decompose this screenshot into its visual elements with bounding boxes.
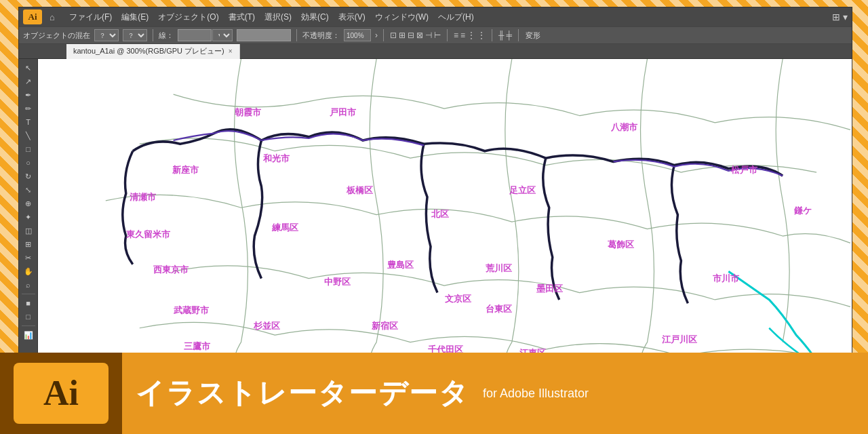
stroke-label: 線： <box>159 31 174 41</box>
illustrator-window: Ai ⌂ ファイル(F) 編集(E) オブジェクト(O) 書式(T) 選択(S)… <box>18 7 852 380</box>
tool-direct-select[interactable]: ↗ <box>21 75 36 87</box>
stroke-input[interactable] <box>178 29 212 41</box>
toolbar-separator-5 <box>492 29 492 41</box>
label-北区: 北区 <box>431 208 449 220</box>
label-中野区: 中野区 <box>324 276 351 288</box>
banner-text-area: イラストレーターデータ for Adobe Illustrator <box>122 374 868 412</box>
tool-pen[interactable]: ✒ <box>21 89 36 101</box>
toolbar-row: オブジェクトの混在 ？ ？ 線： ▼ 不透明度： 100% › ⊡ ⊞ ⊟ ⊠ … <box>19 26 852 44</box>
grid-icon: ⊞ ▾ <box>832 12 848 22</box>
label-市川市: 市川市 <box>713 273 739 285</box>
menu-window[interactable]: ウィンドウ(W) <box>371 10 433 24</box>
menu-file[interactable]: ファイル(F) <box>65 10 116 24</box>
align-icon-1[interactable]: ⊡ <box>389 31 397 40</box>
align-icon-6[interactable]: ⊢ <box>433 31 441 40</box>
tool-line[interactable]: ╲ <box>21 130 36 142</box>
menu-type[interactable]: 書式(T) <box>224 10 259 24</box>
tool-ellipse[interactable]: ○ <box>21 157 36 169</box>
opacity-input[interactable]: 100% <box>344 29 371 41</box>
tool-fill[interactable]: ■ <box>21 297 36 309</box>
label-新宿区: 新宿区 <box>372 320 398 332</box>
label-杉並区: 杉並区 <box>254 320 280 332</box>
home-button[interactable]: ⌂ <box>45 9 60 24</box>
ai-logo-large-container: Ai <box>0 353 122 434</box>
path-icon-2[interactable]: ╪ <box>506 31 513 40</box>
tool-rect[interactable]: □ <box>21 143 36 155</box>
tab-close-button[interactable]: × <box>229 47 233 55</box>
ai-logo-text: Ai <box>43 376 79 411</box>
tool-graph[interactable]: 📊 <box>21 329 36 341</box>
label-豊島区: 豊島区 <box>387 259 414 271</box>
label-東久留米市: 東久留米市 <box>126 229 170 241</box>
menu-effect[interactable]: 効果(C) <box>297 10 333 24</box>
tool-scale[interactable]: ⤡ <box>21 184 36 196</box>
blend-mode-select2[interactable]: ？ <box>123 29 147 41</box>
align-icon-2[interactable]: ⊞ <box>398 31 406 40</box>
label-鎌ケ: 鎌ケ <box>794 205 812 217</box>
banner-sub-text: for Adobe Illustrator <box>483 387 589 401</box>
label-松戸市: 松戸市 <box>731 164 757 176</box>
align-icon-3[interactable]: ⊟ <box>407 31 415 40</box>
label-三鷹市: 三鷹市 <box>184 340 210 353</box>
content-area: ↖ ↗ ✒ ✏ T ╲ □ ○ ↻ ⤡ ⊕ ✦ ◫ ⊞ ✂ ✋ ⌕ ■ □ 📊 <box>19 59 852 380</box>
label-練馬区: 練馬区 <box>272 222 298 234</box>
tab-title: kantou_A1ai @ 300%(RGB/GPU プレビュー) <box>73 46 224 56</box>
label-西東京市: 西東京市 <box>153 264 189 276</box>
ai-logo-inner: Ai <box>14 363 108 424</box>
label-墨田区: 墨田区 <box>536 283 563 295</box>
menu-object[interactable]: オブジェクト(O) <box>154 10 222 24</box>
tool-scissors[interactable]: ✂ <box>21 252 36 264</box>
tool-gradient[interactable]: ◫ <box>21 224 36 237</box>
label-足立区: 足立区 <box>509 184 536 197</box>
tool-stroke[interactable]: □ <box>21 311 36 323</box>
blend-mode-select[interactable]: ？ <box>94 29 119 41</box>
menu-view[interactable]: 表示(V) <box>334 10 370 24</box>
menu-edit[interactable]: 編集(E) <box>117 10 153 24</box>
toolbar-divider-2 <box>22 326 35 326</box>
tool-type[interactable]: T <box>21 116 36 128</box>
opacity-chevron: › <box>375 31 378 40</box>
transform-button[interactable]: 変形 <box>524 31 542 41</box>
tab-row: kantou_A1ai @ 300%(RGB/GPU プレビュー) × <box>19 44 852 59</box>
path-icons-group: ╫ ╪ <box>498 31 513 40</box>
label-戸田市: 戸田市 <box>330 106 356 119</box>
tool-select[interactable]: ↖ <box>21 62 36 74</box>
dist-icon-2[interactable]: ≡ <box>460 31 466 40</box>
tool-blend[interactable]: ⊕ <box>21 197 36 210</box>
tool-rotate[interactable]: ↻ <box>21 170 36 182</box>
align-icons-group: ⊡ ⊞ ⊟ ⊠ ⊣ ⊢ <box>389 31 441 40</box>
tool-mesh[interactable]: ⊞ <box>21 238 36 250</box>
stroke-unit-select[interactable]: ▼ <box>212 29 233 41</box>
label-武蔵野市: 武蔵野市 <box>174 304 209 317</box>
dist-icon-3[interactable]: ⋮ <box>467 31 476 40</box>
menu-bar: Ai ⌂ ファイル(F) 編集(E) オブジェクト(O) 書式(T) 選択(S)… <box>19 7 852 26</box>
menu-items: ファイル(F) 編集(E) オブジェクト(O) 書式(T) 選択(S) 効果(C… <box>65 10 478 24</box>
toolbar-separator-6 <box>518 29 519 41</box>
toolbar-separator-4 <box>447 29 448 41</box>
left-toolbar: ↖ ↗ ✒ ✏ T ╲ □ ○ ↻ ⤡ ⊕ ✦ ◫ ⊞ ✂ ✋ ⌕ ■ □ 📊 <box>19 59 38 380</box>
dist-icon-1[interactable]: ≡ <box>453 31 459 40</box>
blend-mode-label: オブジェクトの混在 <box>23 31 90 41</box>
label-文京区: 文京区 <box>445 293 471 305</box>
toolbar-separator-2 <box>296 29 297 41</box>
map-labels: 朝霞市 戸田市 板橋区 練馬区 新座市 和光市 清瀬市 東久留米市 西東京市 武… <box>38 59 852 380</box>
menu-select[interactable]: 選択(S) <box>260 10 296 24</box>
menu-help[interactable]: ヘルプ(H) <box>434 10 478 24</box>
tool-hand[interactable]: ✋ <box>21 265 36 277</box>
opacity-label: 不透明度： <box>302 31 340 41</box>
label-板橋区: 板橋区 <box>347 184 373 197</box>
path-icon-1[interactable]: ╫ <box>498 31 505 40</box>
tool-eyedropper[interactable]: ✦ <box>21 211 36 223</box>
tool-zoom[interactable]: ⌕ <box>21 279 36 291</box>
color-input[interactable] <box>237 29 291 41</box>
banner-main-text: イラストレーターデータ <box>136 374 469 412</box>
label-台東区: 台東区 <box>486 303 512 315</box>
toolbar-divider <box>22 294 35 294</box>
label-江戸川区: 江戸川区 <box>662 334 697 346</box>
document-tab[interactable]: kantou_A1ai @ 300%(RGB/GPU プレビュー) × <box>66 44 240 59</box>
align-icon-5[interactable]: ⊣ <box>425 31 433 40</box>
align-icon-4[interactable]: ⊠ <box>416 31 424 40</box>
dist-icon-4[interactable]: ⋮ <box>477 31 486 40</box>
tool-pencil[interactable]: ✏ <box>21 102 36 115</box>
ai-logo-small: Ai <box>23 9 42 24</box>
